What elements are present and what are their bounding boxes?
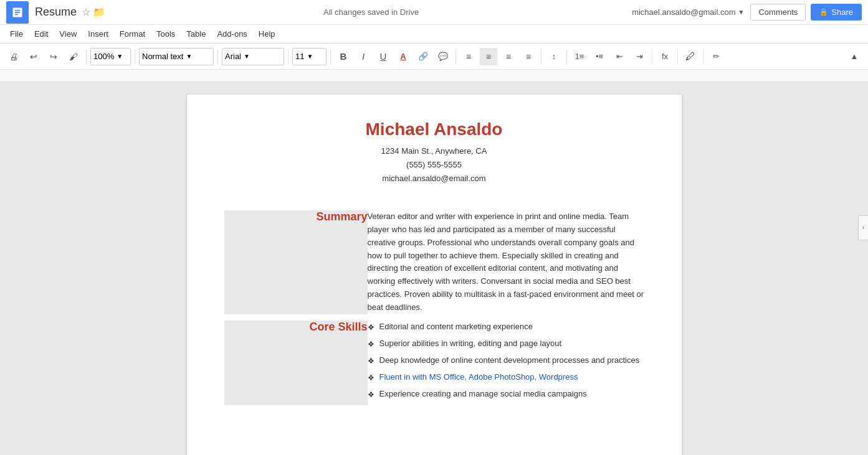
toolbar: 🖨 ↩ ↪ 🖌 100% ▼ Normal text ▼ Arial ▼ 11 …	[0, 44, 868, 70]
bullet-text-1: Editorial and content marketing experien…	[379, 321, 533, 334]
paint-format-button[interactable]: 🖌	[65, 48, 82, 65]
print-button[interactable]: 🖨	[5, 48, 22, 65]
zoom-dropdown-icon: ▼	[117, 53, 123, 60]
separator-1	[86, 49, 87, 64]
font-select[interactable]: Arial ▼	[222, 48, 284, 65]
font-value: Arial	[225, 52, 241, 61]
font-color-button[interactable]: A	[394, 48, 412, 65]
size-value: 11	[295, 52, 304, 61]
menu-edit[interactable]: Edit	[29, 27, 53, 41]
bullet-item-2: ❖ Superior abilities in writing, editing…	[368, 337, 644, 350]
separator-11	[703, 49, 703, 64]
summary-content-cell: Veteran editor and writer with experienc…	[368, 210, 644, 314]
top-bar: Resume ☆ 📁 All changes saved in Drive mi…	[0, 0, 868, 25]
drawing-button[interactable]: ✏	[707, 48, 725, 65]
summary-label: Summary	[316, 210, 367, 223]
comments-button[interactable]: Comments	[750, 4, 806, 21]
summary-row: Summary Veteran editor and writer with e…	[224, 210, 644, 314]
core-skills-row: Core Skills ❖ Editorial and content mark…	[224, 321, 644, 405]
menu-insert[interactable]: Insert	[83, 27, 113, 41]
resume-header: Michael Ansaldo 1234 Main St., Anywhere,…	[224, 120, 644, 185]
italic-button[interactable]: I	[355, 48, 372, 65]
font-dropdown-icon: ▼	[244, 53, 250, 60]
separator-7	[541, 49, 541, 64]
bullet-item-1: ❖ Editorial and content marketing experi…	[368, 321, 644, 334]
menu-help[interactable]: Help	[254, 27, 280, 41]
redo-button[interactable]: ↪	[45, 48, 62, 65]
document-area: Michael Ansaldo 1234 Main St., Anywhere,…	[0, 82, 868, 455]
app-icon	[6, 1, 29, 24]
formula-button[interactable]: fx	[656, 48, 674, 65]
undo-button[interactable]: ↩	[25, 48, 42, 65]
lock-icon: 🔒	[819, 8, 828, 16]
bullet-text-4: Fluent in with MS Office, Adobe PhotoSho…	[379, 371, 578, 384]
highlight-button[interactable]: 🖊	[682, 48, 699, 65]
align-center-button[interactable]: ≡	[480, 48, 497, 65]
underline-button[interactable]: U	[374, 48, 392, 65]
bullet-diamond-4: ❖	[368, 372, 374, 384]
align-left-button[interactable]: ≡	[460, 48, 477, 65]
core-skills-label: Core Skills	[309, 321, 367, 333]
user-email-area: michael.ansaldo@gmail.com ▼	[632, 7, 744, 17]
align-right-button[interactable]: ≡	[500, 48, 517, 65]
folder-icon[interactable]: 📁	[93, 6, 105, 18]
user-email-text: michael.ansaldo@gmail.com	[632, 7, 735, 17]
menu-view[interactable]: View	[54, 27, 82, 41]
size-select[interactable]: 11 ▼	[292, 48, 327, 65]
resume-sections-table: Summary Veteran editor and writer with e…	[224, 210, 644, 405]
style-dropdown-icon: ▼	[186, 53, 192, 60]
separator-5	[330, 49, 331, 64]
menu-file[interactable]: File	[5, 27, 28, 41]
link-button[interactable]: 🔗	[414, 48, 432, 65]
line-spacing-button[interactable]: ↕	[545, 48, 563, 65]
bulleted-list-button[interactable]: •≡	[591, 48, 608, 65]
summary-text: Veteran editor and writer with experienc…	[368, 212, 644, 312]
separator-10	[677, 49, 678, 64]
zoom-value: 100%	[93, 52, 114, 61]
collapse-toolbar-button[interactable]: ▲	[846, 48, 863, 65]
separator-6	[455, 49, 456, 64]
star-icon[interactable]: ☆	[82, 6, 90, 18]
size-dropdown-icon: ▼	[307, 53, 313, 60]
separator-2	[135, 49, 135, 64]
separator-4	[288, 49, 289, 64]
page[interactable]: Michael Ansaldo 1234 Main St., Anywhere,…	[187, 95, 682, 455]
separator-3	[217, 49, 218, 64]
resume-phone: (555) 555-5555	[224, 158, 644, 172]
share-label: Share	[831, 7, 853, 17]
menu-bar: File Edit View Insert Format Tools Table…	[0, 25, 868, 44]
bullet-item-4: ❖ Fluent in with MS Office, Adobe PhotoS…	[368, 371, 644, 384]
style-value: Normal text	[142, 52, 183, 61]
doc-title[interactable]: Resume	[35, 6, 77, 19]
menu-format[interactable]: Format	[115, 27, 150, 41]
zoom-select[interactable]: 100% ▼	[90, 48, 131, 65]
menu-addons[interactable]: Add-ons	[212, 27, 252, 41]
share-button[interactable]: 🔒 Share	[811, 4, 862, 21]
bold-button[interactable]: B	[335, 48, 352, 65]
decrease-indent-button[interactable]: ⇤	[611, 48, 628, 65]
separator-8	[566, 49, 567, 64]
bullet-item-3: ❖ Deep knowledge of online content devel…	[368, 354, 644, 367]
bullet-diamond-2: ❖	[368, 339, 374, 350]
ruler	[0, 70, 868, 82]
bullet-text-5: Experience creating and manage social me…	[379, 388, 587, 401]
style-select[interactable]: Normal text ▼	[139, 48, 214, 65]
comment-button[interactable]: 💬	[434, 48, 452, 65]
bullet-diamond-1: ❖	[368, 322, 374, 334]
spacer-row	[224, 314, 644, 321]
resume-address: 1234 Main St., Anywhere, CA	[224, 144, 644, 158]
increase-indent-button[interactable]: ⇥	[631, 48, 648, 65]
core-skills-content-cell: ❖ Editorial and content marketing experi…	[368, 321, 644, 405]
menu-tools[interactable]: Tools	[151, 27, 180, 41]
bullet-text-2: Superior abilities in writing, editing a…	[379, 337, 562, 350]
justify-button[interactable]: ≡	[520, 48, 537, 65]
menu-table[interactable]: Table	[181, 27, 211, 41]
autosave-status: All changes saved in Drive	[110, 7, 632, 17]
resume-name: Michael Ansaldo	[224, 120, 644, 139]
separator-9	[652, 49, 652, 64]
right-collapse-button[interactable]: ›	[858, 215, 868, 240]
numbered-list-button[interactable]: 1≡	[571, 48, 588, 65]
summary-label-cell: Summary	[224, 210, 368, 314]
bullet-item-5: ❖ Experience creating and manage social …	[368, 388, 644, 401]
user-dropdown-icon[interactable]: ▼	[738, 9, 745, 16]
